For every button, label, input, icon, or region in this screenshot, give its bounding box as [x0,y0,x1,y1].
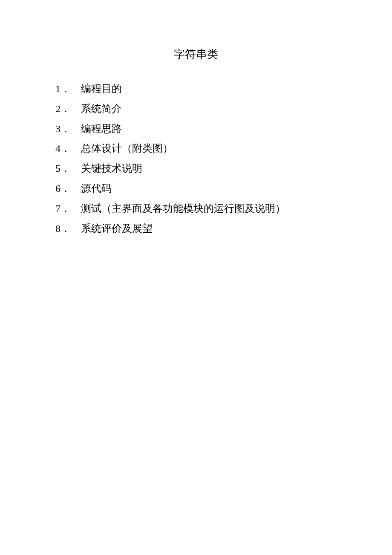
toc-item-number: 2． [55,99,81,119]
toc-item: 6． 源代码 [55,179,337,199]
table-of-contents: 1． 编程目的 2． 系统简介 3． 编程思路 4． 总体设计（附类图） 5． … [55,79,337,238]
toc-item-text: 测试（主界面及各功能模块的运行图及说明） [81,199,285,219]
toc-item-text: 关键技术说明 [81,159,142,179]
toc-item-number: 6． [55,179,81,199]
toc-item: 7． 测试（主界面及各功能模块的运行图及说明） [55,199,337,219]
toc-item-text: 系统简介 [81,99,122,119]
toc-item-text: 编程目的 [81,79,122,99]
toc-item-number: 1． [55,79,81,99]
toc-item-text: 源代码 [81,179,112,199]
toc-item-number: 4． [55,139,81,159]
toc-item-number: 7． [55,199,81,219]
toc-item: 1． 编程目的 [55,79,337,99]
toc-item: 4． 总体设计（附类图） [55,139,337,159]
toc-item: 5． 关键技术说明 [55,159,337,179]
toc-item: 8． 系统评价及展望 [55,219,337,239]
toc-item-number: 5． [55,159,81,179]
toc-item-number: 3． [55,119,81,139]
toc-item: 3． 编程思路 [55,119,337,139]
toc-item-text: 编程思路 [81,119,122,139]
toc-item-text: 系统评价及展望 [81,219,153,239]
toc-item: 2． 系统简介 [55,99,337,119]
document-page: 字符串类 1． 编程目的 2． 系统简介 3． 编程思路 4． 总体设计（附类图… [0,0,392,238]
toc-item-text: 总体设计（附类图） [81,139,173,159]
toc-item-number: 8． [55,219,81,239]
page-title: 字符串类 [55,47,337,62]
